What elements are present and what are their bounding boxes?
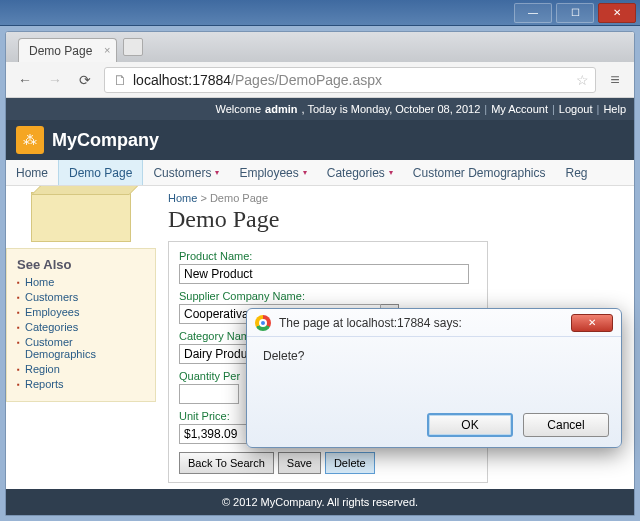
brand-name: MyCompany bbox=[52, 130, 159, 151]
tab-strip: Demo Page × bbox=[6, 32, 634, 62]
menu-icon[interactable]: ≡ bbox=[604, 71, 626, 89]
menu-label: Reg bbox=[566, 166, 588, 180]
quantity-input[interactable] bbox=[179, 384, 239, 404]
chrome-icon bbox=[255, 315, 271, 331]
close-tab-icon[interactable]: × bbox=[104, 44, 110, 56]
footer: © 2012 MyCompany. All rights reserved. bbox=[6, 489, 634, 515]
tab-title: Demo Page bbox=[29, 44, 92, 58]
menu-region[interactable]: Reg bbox=[556, 160, 598, 185]
see-also-customer-demographics[interactable]: Customer Demographics bbox=[17, 336, 145, 360]
browser-toolbar: ← → ⟳ 🗋 localhost:17884/Pages/DemoPage.a… bbox=[6, 62, 634, 98]
back-button[interactable]: ← bbox=[14, 69, 36, 91]
welcome-text: Welcome bbox=[215, 103, 261, 115]
maximize-button[interactable]: ☐ bbox=[556, 3, 594, 23]
back-to-search-button[interactable]: Back To Search bbox=[179, 452, 274, 474]
forward-button[interactable]: → bbox=[44, 69, 66, 91]
caret-icon: ▾ bbox=[389, 168, 393, 177]
ok-button[interactable]: OK bbox=[427, 413, 513, 437]
username: admin bbox=[265, 103, 297, 115]
menu-label: Home bbox=[16, 166, 48, 180]
bookmark-icon[interactable]: ☆ bbox=[576, 72, 589, 88]
new-tab-button[interactable] bbox=[123, 38, 143, 56]
breadcrumb-current: Demo Page bbox=[210, 192, 268, 204]
see-also-home[interactable]: Home bbox=[17, 276, 145, 288]
menu-customers[interactable]: Customers▾ bbox=[143, 160, 229, 185]
logo-icon: ⁂ bbox=[16, 126, 44, 154]
brand-bar: ⁂ MyCompany bbox=[6, 120, 634, 160]
breadcrumb: Home > Demo Page bbox=[168, 192, 622, 204]
see-also-categories[interactable]: Categories bbox=[17, 321, 145, 333]
confirm-dialog: The page at localhost:17884 says: ✕ Dele… bbox=[246, 308, 622, 448]
cancel-button[interactable]: Cancel bbox=[523, 413, 609, 437]
breadcrumb-sep: > bbox=[200, 192, 206, 204]
url-host: localhost: bbox=[133, 72, 192, 88]
globe-icon: 🗋 bbox=[113, 72, 127, 88]
date-text: , Today is Monday, October 08, 2012 bbox=[302, 103, 481, 115]
reload-button[interactable]: ⟳ bbox=[74, 69, 96, 91]
save-button[interactable]: Save bbox=[278, 452, 321, 474]
see-also-reports[interactable]: Reports bbox=[17, 378, 145, 390]
user-bar: Welcome admin, Today is Monday, October … bbox=[6, 98, 634, 120]
see-also-employees[interactable]: Employees bbox=[17, 306, 145, 318]
help-link[interactable]: Help bbox=[603, 103, 626, 115]
product-name-input[interactable] bbox=[179, 264, 469, 284]
see-also-region[interactable]: Region bbox=[17, 363, 145, 375]
see-also-customers[interactable]: Customers bbox=[17, 291, 145, 303]
menu-home[interactable]: Home bbox=[6, 160, 58, 185]
see-also-panel: See Also Home Customers Employees Catego… bbox=[6, 248, 156, 402]
menu-employees[interactable]: Employees▾ bbox=[229, 160, 316, 185]
url-path: /Pages/DemoPage.aspx bbox=[231, 72, 382, 88]
menu-demo-page[interactable]: Demo Page bbox=[58, 160, 143, 185]
browser-tab[interactable]: Demo Page × bbox=[18, 38, 117, 62]
page-icon bbox=[31, 192, 131, 242]
product-name-label: Product Name: bbox=[179, 250, 477, 262]
main-menu: Home Demo Page Customers▾ Employees▾ Cat… bbox=[6, 160, 634, 186]
delete-button[interactable]: Delete bbox=[325, 452, 375, 474]
dialog-close-button[interactable]: ✕ bbox=[571, 314, 613, 332]
close-window-button[interactable]: ✕ bbox=[598, 3, 636, 23]
menu-customer-demographics[interactable]: Customer Demographics bbox=[403, 160, 556, 185]
url-port: 17884 bbox=[192, 72, 231, 88]
page-title: Demo Page bbox=[168, 206, 622, 233]
menu-label: Demo Page bbox=[69, 166, 132, 180]
breadcrumb-home[interactable]: Home bbox=[168, 192, 197, 204]
sidebar: See Also Home Customers Employees Catego… bbox=[6, 186, 156, 489]
supplier-label: Supplier Company Name: bbox=[179, 290, 477, 302]
address-bar[interactable]: 🗋 localhost:17884/Pages/DemoPage.aspx ☆ bbox=[104, 67, 596, 93]
menu-label: Employees bbox=[239, 166, 298, 180]
menu-label: Categories bbox=[327, 166, 385, 180]
menu-label: Customers bbox=[153, 166, 211, 180]
logout-link[interactable]: Logout bbox=[559, 103, 593, 115]
footer-text: © 2012 MyCompany. All rights reserved. bbox=[222, 496, 418, 508]
dialog-title: The page at localhost:17884 says: bbox=[279, 316, 563, 330]
caret-icon: ▾ bbox=[303, 168, 307, 177]
see-also-heading: See Also bbox=[17, 257, 145, 272]
menu-categories[interactable]: Categories▾ bbox=[317, 160, 403, 185]
dialog-message: Delete? bbox=[247, 337, 621, 375]
minimize-button[interactable]: — bbox=[514, 3, 552, 23]
my-account-link[interactable]: My Account bbox=[491, 103, 548, 115]
caret-icon: ▾ bbox=[215, 168, 219, 177]
menu-label: Customer Demographics bbox=[413, 166, 546, 180]
window-titlebar: — ☐ ✕ bbox=[0, 0, 640, 26]
